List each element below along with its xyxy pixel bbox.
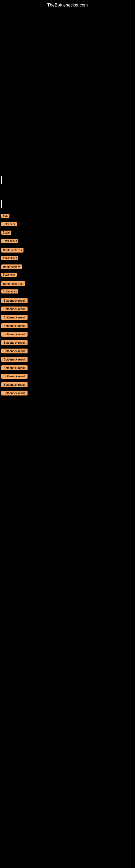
bottleneck-badge[interactable]: Bottleneck result — [1, 391, 28, 396]
bottleneck-badge[interactable]: Bottleneck result — [1, 298, 28, 303]
list-item: Bottleneck result — [1, 390, 134, 396]
list-item: Bottleneck result — [1, 382, 134, 387]
bottleneck-badge[interactable]: Bottleneck r — [1, 239, 18, 243]
chart-area — [0, 8, 135, 170]
list-item: Bottleneck r — [1, 289, 134, 294]
bottleneck-badge[interactable]: Bottleneck result — [1, 315, 28, 320]
site-header: TheBottlenecker.com — [0, 0, 135, 8]
bottleneck-badge[interactable]: Bottleneck r — [1, 289, 18, 293]
cursor-indicator — [1, 176, 2, 184]
list-item: Bottleneck resu — [1, 281, 134, 286]
bottleneck-badge[interactable]: Bottleneck res — [1, 248, 24, 252]
list-item: Bottleneck result — [1, 332, 134, 337]
list-item: Bottleneck result — [1, 357, 134, 362]
list-item: Bottleneck result — [1, 340, 134, 345]
list-item: Bottleneck result — [1, 298, 134, 303]
list-item: Bottleneck result — [1, 323, 134, 328]
list-item: Bottleneck result — [1, 315, 134, 320]
list-item: Bottleneck result — [1, 348, 134, 353]
list-item: Bottl — [1, 214, 134, 219]
list-item: Bottleneck result — [1, 373, 134, 379]
bottleneck-badge[interactable]: Bottleneck result — [1, 374, 28, 379]
bottleneck-badge[interactable]: Bottleneck resu — [1, 281, 25, 286]
content-area: BottlBottleneckBottleBottleneck rBottlen… — [0, 170, 135, 396]
cursor-indicator-2 — [1, 200, 2, 208]
list-item: Bottleneck — [1, 222, 134, 227]
bottleneck-badge[interactable]: Bottleneck result — [1, 365, 28, 370]
bottleneck-badge[interactable]: Bottleneck result — [1, 348, 28, 353]
bottleneck-badge[interactable]: Bottle — [1, 230, 11, 235]
bottleneck-badge[interactable]: Bottleneck — [1, 273, 17, 277]
bottleneck-badge[interactable]: Bottleneck result — [1, 340, 28, 345]
list-item: Bottleneck res — [1, 247, 134, 252]
list-item: Bottleneck r — [1, 256, 134, 261]
list-item: Bottleneck result — [1, 306, 134, 311]
list-item: Bottle — [1, 230, 134, 236]
bottleneck-badge[interactable]: Bottleneck — [1, 222, 17, 226]
list-item: Bottleneck result — [1, 365, 134, 370]
bottleneck-list: BottlBottleneckBottleBottleneck rBottlen… — [0, 214, 135, 396]
bottleneck-badge[interactable]: Bottleneck result — [1, 323, 28, 328]
list-item: Bottleneck re — [1, 264, 134, 269]
list-item: Bottleneck — [1, 273, 134, 278]
bottleneck-badge[interactable]: Bottleneck result — [1, 332, 28, 337]
list-item: Bottleneck r — [1, 239, 134, 244]
site-title: TheBottlenecker.com — [0, 0, 135, 8]
bottleneck-badge[interactable]: Bottleneck r — [1, 256, 18, 260]
bottleneck-badge[interactable]: Bottl — [1, 214, 9, 218]
bottleneck-badge[interactable]: Bottleneck result — [1, 307, 28, 311]
bottleneck-badge[interactable]: Bottleneck re — [1, 265, 22, 269]
bottleneck-badge[interactable]: Bottleneck result — [1, 357, 28, 362]
bottleneck-badge[interactable]: Bottleneck result — [1, 382, 28, 387]
